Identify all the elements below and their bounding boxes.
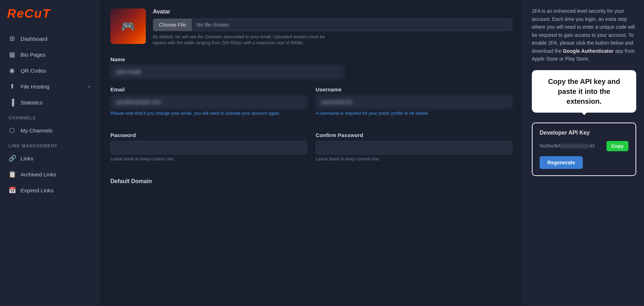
sidebar-logo: ReCuT (0, 0, 99, 27)
email-input[interactable] (110, 95, 307, 109)
confirm-password-hint: Leave blank to keep current one. (316, 156, 512, 162)
confirm-password-label: Confirm Password (316, 132, 512, 138)
center-content: 🎮 Avatar Choose File No file chosen By d… (99, 0, 524, 306)
avatar-image: 🎮 (110, 8, 146, 44)
name-label: Name (110, 56, 512, 62)
username-input[interactable] (316, 95, 512, 109)
email-username-row: Email Please note that if you change you… (110, 86, 512, 124)
file-hosting-icon: ⬆ (8, 83, 16, 90)
avatar-info: Avatar Choose File No file chosen By def… (153, 8, 512, 46)
password-hint: Leave blank to keep current one. (110, 156, 307, 162)
api-key-card: Developer API Key 9a3ba3b6d3 Copy Regene… (532, 123, 636, 176)
channels-section-label: Channels (0, 110, 99, 123)
avatar-section: 🎮 Avatar Choose File No file chosen By d… (110, 8, 512, 46)
statistics-icon: ▐ (8, 99, 16, 106)
password-field-section: Password Leave blank to keep current one… (110, 132, 307, 162)
sidebar-item-qr-codes[interactable]: ◉ QR Codes (0, 63, 99, 79)
sidebar-item-my-channels[interactable]: ⬡ My Channels (0, 123, 99, 138)
confirm-password-field-section: Confirm Password Leave blank to keep cur… (316, 132, 512, 162)
api-key-blurred (561, 144, 589, 149)
name-input[interactable] (110, 65, 344, 79)
sidebar-item-label: Archived Links (21, 171, 56, 178)
sidebar-item-bio-pages[interactable]: ▦ Bio Pages (0, 47, 99, 63)
sidebar-item-label: My Channels (21, 128, 53, 134)
sidebar-item-file-hosting[interactable]: ⬆ File Hosting ▾ (0, 79, 99, 95)
avatar-hint: By default, we will use the Gravatar ass… (153, 34, 337, 46)
api-key-suffix: d3 (589, 143, 594, 148)
tooltip-bubble: Copy the API key and paste it into the e… (532, 70, 636, 113)
file-input-row: Choose File No file chosen (153, 18, 512, 31)
username-field-section: Username A username is required for your… (316, 86, 512, 117)
sidebar-item-label: Expired Links (21, 187, 53, 194)
sidebar-nav: ⊞ Dashboard ▦ Bio Pages ◉ QR Codes ⬆ Fil… (0, 27, 99, 203)
links-icon: 🔗 (8, 155, 16, 162)
sidebar-item-label: Statistics (21, 100, 42, 106)
choose-file-button[interactable]: Choose File (153, 19, 192, 31)
regenerate-api-key-button[interactable]: Regenerate (540, 156, 583, 169)
sidebar-item-label: Dashboard (21, 36, 47, 42)
main-area: 🎮 Avatar Choose File No file chosen By d… (99, 0, 644, 306)
avatar-placeholder: 🎮 (110, 8, 146, 44)
file-name-display: No file chosen (192, 19, 512, 31)
password-label: Password (110, 132, 307, 138)
email-field-section: Email Please note that if you change you… (110, 86, 307, 117)
sidebar-item-dashboard[interactable]: ⊞ Dashboard (0, 31, 99, 47)
sidebar-item-expired-links[interactable]: 📅 Expired Links (0, 182, 99, 198)
right-panel: 2FA is an enhanced level security for yo… (524, 0, 644, 306)
default-domain-heading: Default Domain (110, 178, 512, 185)
password-row: Password Leave blank to keep current one… (110, 132, 512, 170)
username-label: Username (316, 86, 512, 92)
api-key-prefix: 9a3ba3b6 (540, 143, 561, 148)
tooltip-text: Copy the API key and paste it into the e… (548, 78, 620, 105)
email-hint: Please note that if you change your emai… (110, 110, 307, 117)
api-key-title: Developer API Key (540, 130, 628, 136)
sidebar-item-label: Bio Pages (21, 52, 46, 58)
username-hint: A username is required for your public p… (316, 110, 512, 117)
sidebar: ReCuT ⊞ Dashboard ▦ Bio Pages ◉ QR Codes… (0, 0, 99, 306)
chevron-down-icon: ▾ (88, 84, 90, 89)
link-management-section-label: Link Management (0, 138, 99, 151)
copy-api-key-button[interactable]: Copy (606, 141, 628, 151)
sidebar-item-archived-links[interactable]: 📋 Archived Links (0, 166, 99, 182)
email-label: Email (110, 86, 307, 92)
bio-pages-icon: ▦ (8, 51, 16, 58)
dashboard-icon: ⊞ (8, 35, 16, 42)
archived-links-icon: 📋 (8, 171, 16, 178)
avatar-label: Avatar (153, 8, 512, 15)
password-input[interactable] (110, 141, 307, 154)
sidebar-item-label: Links (21, 155, 33, 162)
sidebar-item-label: QR Codes (21, 68, 46, 74)
name-field-section: Name (110, 56, 512, 79)
sidebar-item-label: File Hosting (21, 84, 50, 90)
my-channels-icon: ⬡ (8, 127, 16, 134)
qr-codes-icon: ◉ (8, 67, 16, 74)
confirm-password-input[interactable] (316, 141, 512, 154)
sidebar-item-statistics[interactable]: ▐ Statistics (0, 95, 99, 110)
expired-links-icon: 📅 (8, 187, 16, 194)
sidebar-item-links[interactable]: 🔗 Links (0, 151, 99, 166)
api-key-value: 9a3ba3b6d3 (540, 143, 603, 148)
api-key-row: 9a3ba3b6d3 Copy (540, 141, 628, 151)
twofa-description: 2FA is an enhanced level security for yo… (532, 7, 636, 63)
